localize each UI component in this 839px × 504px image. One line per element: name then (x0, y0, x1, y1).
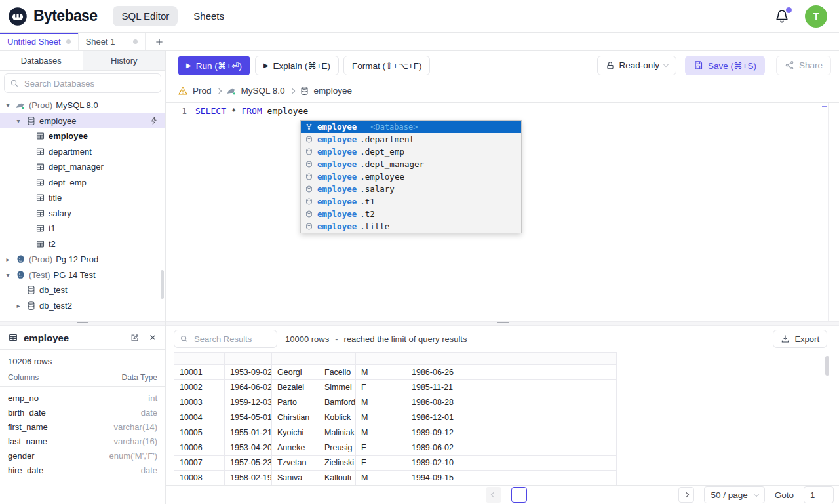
tree-item[interactable]: department (0, 144, 165, 160)
table-row[interactable]: 100031959-12-03PartoBamfordM1986-08-28 (174, 395, 827, 410)
table-row[interactable]: 100041954-05-01ChirstianKoblickM1986-12-… (174, 410, 827, 425)
tab-history[interactable]: History (83, 51, 166, 70)
table-row[interactable]: 100011953-09-02GeorgiFacelloM1986-06-26 (174, 365, 827, 380)
column-name: hire_date (8, 465, 43, 475)
suggestion-item[interactable]: employee.title (301, 220, 521, 233)
results-search-box[interactable] (174, 330, 277, 348)
share-icon (785, 60, 794, 70)
column-header[interactable] (174, 353, 225, 365)
save-button[interactable]: Save (⌘+S) (685, 56, 765, 75)
column-name: last_name (8, 436, 47, 446)
column-header[interactable] (406, 353, 617, 365)
tree-item[interactable]: salary (0, 206, 165, 222)
breadcrumb-instance[interactable]: MySQL 8.0 (226, 86, 285, 96)
column-type: varchar(14) (114, 422, 157, 432)
nav-sql-editor[interactable]: SQL Editor (113, 6, 178, 26)
breadcrumb-database[interactable]: employee (300, 86, 353, 96)
notifications-button[interactable] (775, 9, 789, 24)
suggestion-item[interactable]: employee.t1 (301, 195, 521, 208)
tree-item[interactable]: employee (0, 113, 165, 129)
chevron-right-icon (684, 492, 689, 497)
caret-icon[interactable] (14, 302, 22, 309)
tree-item[interactable]: (Prod) MySQL 8.0 (0, 98, 165, 113)
tree-item[interactable]: dept_emp (0, 175, 165, 191)
results-scrollbar[interactable] (825, 356, 829, 376)
results-panel-resize-handle[interactable] (166, 321, 839, 326)
nav-sheets[interactable]: Sheets (193, 10, 224, 22)
suggestion-item[interactable]: employee.dept_emp (301, 145, 521, 158)
table-cell: Kyoichi (272, 425, 319, 440)
table-row[interactable]: 100051955-01-21KyoichiMaliniakM1989-09-1… (174, 425, 827, 440)
caret-icon[interactable] (4, 102, 12, 109)
column-header[interactable] (272, 353, 319, 365)
suggestion-item[interactable]: employee.dept_manager (301, 158, 521, 170)
run-button[interactable]: ▶Run (⌘+⏎) (178, 56, 250, 75)
database-search-box[interactable] (4, 73, 161, 93)
column-header[interactable] (356, 353, 406, 365)
sql-code-editor[interactable]: 1 SELECT * FROM employee employee <Datab… (166, 103, 839, 321)
tree-item[interactable]: title (0, 190, 165, 206)
sidebar-tabs: Databases History (0, 51, 165, 71)
columns-label: Columns (8, 373, 39, 382)
sheet-tab-label: Untitled Sheet (7, 37, 61, 47)
tree-item[interactable]: (Prod) Pg 12 Prod (0, 252, 165, 267)
share-button[interactable]: Share (776, 56, 831, 75)
format-button[interactable]: Format (⇧+⌥+F) (343, 56, 430, 75)
tree-item-label: db_test2 (39, 301, 72, 311)
prev-page-button[interactable] (486, 487, 501, 503)
column-type: date (141, 408, 157, 417)
avatar[interactable]: T (805, 5, 827, 28)
tree-item[interactable]: dept_manager (0, 159, 165, 175)
add-sheet-button[interactable] (146, 33, 173, 50)
database-tree: (Prod) MySQL 8.0 employee (0, 96, 165, 321)
tree-item[interactable]: t2 (0, 237, 165, 252)
search-databases-input[interactable] (24, 79, 161, 88)
column-name: gender (8, 451, 34, 461)
schema-column-row: first_name varchar(14) (0, 419, 165, 434)
table-suggestion-icon (303, 134, 314, 145)
connect-bolt-icon[interactable] (149, 116, 159, 125)
page-size-select[interactable]: 50 / page (704, 486, 764, 503)
search-results-input[interactable] (194, 334, 277, 344)
column-header[interactable] (225, 353, 272, 365)
autocomplete-popup: employee <Database> employee.department … (300, 120, 522, 233)
suggestion-selected[interactable]: employee <Database> (301, 121, 521, 133)
table-row[interactable]: 100061953-04-20AnnekePreusigF1989-06-02 (174, 440, 827, 456)
tab-untitled-sheet[interactable]: Untitled Sheet (0, 33, 79, 50)
close-icon[interactable] (148, 333, 157, 342)
brand[interactable]: Bytebase (8, 7, 97, 26)
tree-item[interactable]: db_test2 (0, 298, 165, 314)
tree-item-label: MySQL 8.0 (56, 100, 98, 110)
tab-databases[interactable]: Databases (0, 51, 83, 70)
sidebar-panel-resize-handle[interactable] (0, 321, 165, 326)
table-row[interactable]: 100081958-02-19SanivaKalloufiM1994-09-15 (174, 471, 827, 486)
tab-sheet-1[interactable]: Sheet 1 (79, 33, 146, 50)
page-number[interactable] (511, 487, 527, 503)
tree-item[interactable]: t1 (0, 221, 165, 237)
suggestion-item[interactable]: employee.t2 (301, 208, 521, 220)
suggestion-item[interactable]: employee.department (301, 133, 521, 145)
table-row[interactable]: 100071957-05-23TzvetanZielinskiF1989-02-… (174, 456, 827, 471)
suggestion-item[interactable]: employee.employee (301, 170, 521, 183)
sidebar-scrollbar[interactable] (161, 270, 164, 299)
table-row[interactable]: 100021964-06-02BezalelSimmelF1985-11-21 (174, 380, 827, 395)
sidebar: Databases History (Prod) MySQL 8.0 (0, 51, 166, 504)
breadcrumb: Prod MySQL 8.0 employee (166, 79, 839, 103)
tree-item[interactable]: (Test) PG 14 Test (0, 267, 165, 283)
breadcrumb-environment[interactable]: Prod (178, 86, 212, 96)
export-button[interactable]: Export (773, 330, 827, 348)
caret-icon[interactable] (4, 271, 12, 279)
minimap[interactable] (821, 103, 829, 321)
goto-page-input[interactable] (804, 486, 834, 503)
column-header[interactable] (319, 353, 356, 365)
explain-button[interactable]: ▶Explain (⌘+E) (255, 56, 339, 75)
caret-icon[interactable] (4, 256, 12, 263)
caret-icon[interactable] (14, 117, 22, 125)
tree-item[interactable]: db_test (0, 282, 165, 298)
edit-schema-icon[interactable] (130, 333, 140, 343)
tree-item[interactable]: employee (0, 128, 165, 144)
column-name: first_name (8, 422, 48, 432)
suggestion-item[interactable]: employee.salary (301, 183, 521, 195)
next-page-button[interactable] (678, 487, 694, 503)
readonly-mode-select[interactable]: Read-only (597, 56, 677, 75)
